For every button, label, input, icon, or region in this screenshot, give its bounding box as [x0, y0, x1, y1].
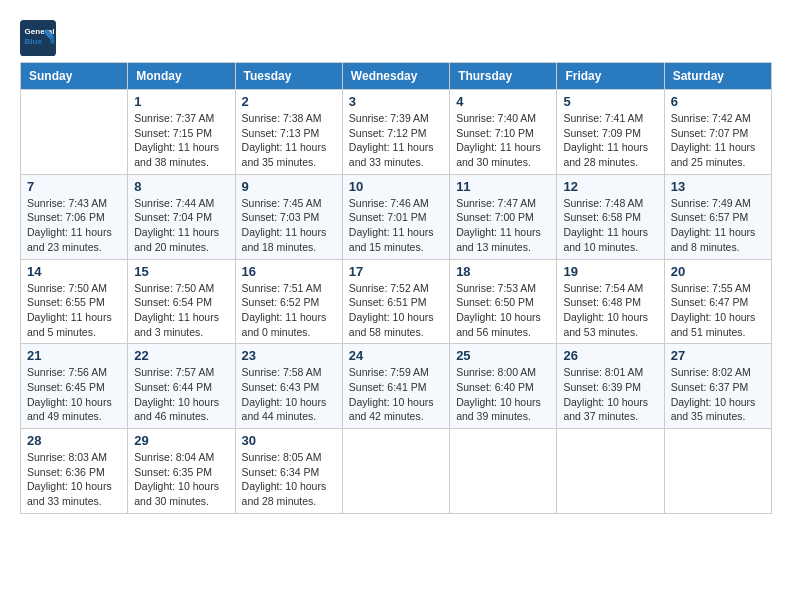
logo-icon: General Blue — [20, 20, 56, 56]
day-info: Sunrise: 7:49 AM Sunset: 6:57 PM Dayligh… — [671, 196, 765, 255]
calendar-cell: 26Sunrise: 8:01 AM Sunset: 6:39 PM Dayli… — [557, 344, 664, 429]
calendar-cell: 15Sunrise: 7:50 AM Sunset: 6:54 PM Dayli… — [128, 259, 235, 344]
calendar-cell — [342, 429, 449, 514]
day-number: 12 — [563, 179, 657, 194]
day-info: Sunrise: 7:40 AM Sunset: 7:10 PM Dayligh… — [456, 111, 550, 170]
day-number: 17 — [349, 264, 443, 279]
day-info: Sunrise: 8:01 AM Sunset: 6:39 PM Dayligh… — [563, 365, 657, 424]
logo: General Blue — [20, 20, 60, 56]
calendar-cell — [21, 90, 128, 175]
day-info: Sunrise: 7:50 AM Sunset: 6:55 PM Dayligh… — [27, 281, 121, 340]
calendar-cell: 8Sunrise: 7:44 AM Sunset: 7:04 PM Daylig… — [128, 174, 235, 259]
day-info: Sunrise: 7:52 AM Sunset: 6:51 PM Dayligh… — [349, 281, 443, 340]
calendar-cell: 13Sunrise: 7:49 AM Sunset: 6:57 PM Dayli… — [664, 174, 771, 259]
calendar-header-wednesday: Wednesday — [342, 63, 449, 90]
calendar-cell — [557, 429, 664, 514]
day-info: Sunrise: 7:47 AM Sunset: 7:00 PM Dayligh… — [456, 196, 550, 255]
calendar-cell: 16Sunrise: 7:51 AM Sunset: 6:52 PM Dayli… — [235, 259, 342, 344]
day-info: Sunrise: 7:44 AM Sunset: 7:04 PM Dayligh… — [134, 196, 228, 255]
day-number: 5 — [563, 94, 657, 109]
day-number: 20 — [671, 264, 765, 279]
calendar-header-monday: Monday — [128, 63, 235, 90]
day-number: 15 — [134, 264, 228, 279]
page-header: General Blue — [20, 20, 772, 56]
calendar-week-row: 1Sunrise: 7:37 AM Sunset: 7:15 PM Daylig… — [21, 90, 772, 175]
calendar-cell: 22Sunrise: 7:57 AM Sunset: 6:44 PM Dayli… — [128, 344, 235, 429]
calendar-cell: 9Sunrise: 7:45 AM Sunset: 7:03 PM Daylig… — [235, 174, 342, 259]
svg-text:Blue: Blue — [25, 37, 43, 46]
day-info: Sunrise: 7:41 AM Sunset: 7:09 PM Dayligh… — [563, 111, 657, 170]
calendar-cell: 7Sunrise: 7:43 AM Sunset: 7:06 PM Daylig… — [21, 174, 128, 259]
day-number: 16 — [242, 264, 336, 279]
calendar-cell: 23Sunrise: 7:58 AM Sunset: 6:43 PM Dayli… — [235, 344, 342, 429]
calendar-cell: 18Sunrise: 7:53 AM Sunset: 6:50 PM Dayli… — [450, 259, 557, 344]
calendar-cell: 3Sunrise: 7:39 AM Sunset: 7:12 PM Daylig… — [342, 90, 449, 175]
day-number: 30 — [242, 433, 336, 448]
day-info: Sunrise: 7:51 AM Sunset: 6:52 PM Dayligh… — [242, 281, 336, 340]
day-info: Sunrise: 7:58 AM Sunset: 6:43 PM Dayligh… — [242, 365, 336, 424]
day-number: 10 — [349, 179, 443, 194]
day-number: 18 — [456, 264, 550, 279]
day-number: 8 — [134, 179, 228, 194]
calendar-cell: 2Sunrise: 7:38 AM Sunset: 7:13 PM Daylig… — [235, 90, 342, 175]
calendar-cell: 28Sunrise: 8:03 AM Sunset: 6:36 PM Dayli… — [21, 429, 128, 514]
day-info: Sunrise: 8:00 AM Sunset: 6:40 PM Dayligh… — [456, 365, 550, 424]
day-number: 6 — [671, 94, 765, 109]
day-info: Sunrise: 7:43 AM Sunset: 7:06 PM Dayligh… — [27, 196, 121, 255]
calendar-week-row: 28Sunrise: 8:03 AM Sunset: 6:36 PM Dayli… — [21, 429, 772, 514]
calendar-cell — [664, 429, 771, 514]
day-info: Sunrise: 7:55 AM Sunset: 6:47 PM Dayligh… — [671, 281, 765, 340]
day-info: Sunrise: 8:02 AM Sunset: 6:37 PM Dayligh… — [671, 365, 765, 424]
calendar-header-row: SundayMondayTuesdayWednesdayThursdayFrid… — [21, 63, 772, 90]
day-info: Sunrise: 7:39 AM Sunset: 7:12 PM Dayligh… — [349, 111, 443, 170]
calendar-cell: 25Sunrise: 8:00 AM Sunset: 6:40 PM Dayli… — [450, 344, 557, 429]
calendar-cell: 5Sunrise: 7:41 AM Sunset: 7:09 PM Daylig… — [557, 90, 664, 175]
day-info: Sunrise: 7:37 AM Sunset: 7:15 PM Dayligh… — [134, 111, 228, 170]
calendar-week-row: 21Sunrise: 7:56 AM Sunset: 6:45 PM Dayli… — [21, 344, 772, 429]
day-number: 23 — [242, 348, 336, 363]
day-number: 9 — [242, 179, 336, 194]
calendar-table: SundayMondayTuesdayWednesdayThursdayFrid… — [20, 62, 772, 514]
day-info: Sunrise: 7:42 AM Sunset: 7:07 PM Dayligh… — [671, 111, 765, 170]
calendar-cell: 21Sunrise: 7:56 AM Sunset: 6:45 PM Dayli… — [21, 344, 128, 429]
calendar-cell: 29Sunrise: 8:04 AM Sunset: 6:35 PM Dayli… — [128, 429, 235, 514]
calendar-header-thursday: Thursday — [450, 63, 557, 90]
day-number: 27 — [671, 348, 765, 363]
calendar-cell: 24Sunrise: 7:59 AM Sunset: 6:41 PM Dayli… — [342, 344, 449, 429]
day-number: 26 — [563, 348, 657, 363]
calendar-cell: 30Sunrise: 8:05 AM Sunset: 6:34 PM Dayli… — [235, 429, 342, 514]
day-info: Sunrise: 8:04 AM Sunset: 6:35 PM Dayligh… — [134, 450, 228, 509]
day-info: Sunrise: 7:50 AM Sunset: 6:54 PM Dayligh… — [134, 281, 228, 340]
calendar-cell: 1Sunrise: 7:37 AM Sunset: 7:15 PM Daylig… — [128, 90, 235, 175]
day-number: 21 — [27, 348, 121, 363]
day-info: Sunrise: 7:59 AM Sunset: 6:41 PM Dayligh… — [349, 365, 443, 424]
day-number: 22 — [134, 348, 228, 363]
calendar-cell: 27Sunrise: 8:02 AM Sunset: 6:37 PM Dayli… — [664, 344, 771, 429]
calendar-cell: 4Sunrise: 7:40 AM Sunset: 7:10 PM Daylig… — [450, 90, 557, 175]
day-number: 14 — [27, 264, 121, 279]
calendar-header-friday: Friday — [557, 63, 664, 90]
calendar-cell: 14Sunrise: 7:50 AM Sunset: 6:55 PM Dayli… — [21, 259, 128, 344]
day-number: 13 — [671, 179, 765, 194]
day-info: Sunrise: 7:53 AM Sunset: 6:50 PM Dayligh… — [456, 281, 550, 340]
day-number: 19 — [563, 264, 657, 279]
calendar-cell: 12Sunrise: 7:48 AM Sunset: 6:58 PM Dayli… — [557, 174, 664, 259]
day-info: Sunrise: 7:54 AM Sunset: 6:48 PM Dayligh… — [563, 281, 657, 340]
calendar-cell — [450, 429, 557, 514]
day-number: 24 — [349, 348, 443, 363]
calendar-cell: 17Sunrise: 7:52 AM Sunset: 6:51 PM Dayli… — [342, 259, 449, 344]
calendar-cell: 10Sunrise: 7:46 AM Sunset: 7:01 PM Dayli… — [342, 174, 449, 259]
day-info: Sunrise: 7:56 AM Sunset: 6:45 PM Dayligh… — [27, 365, 121, 424]
day-number: 3 — [349, 94, 443, 109]
day-info: Sunrise: 7:45 AM Sunset: 7:03 PM Dayligh… — [242, 196, 336, 255]
calendar-cell: 6Sunrise: 7:42 AM Sunset: 7:07 PM Daylig… — [664, 90, 771, 175]
day-info: Sunrise: 7:57 AM Sunset: 6:44 PM Dayligh… — [134, 365, 228, 424]
day-number: 28 — [27, 433, 121, 448]
calendar-week-row: 14Sunrise: 7:50 AM Sunset: 6:55 PM Dayli… — [21, 259, 772, 344]
day-number: 7 — [27, 179, 121, 194]
calendar-header-sunday: Sunday — [21, 63, 128, 90]
day-number: 1 — [134, 94, 228, 109]
calendar-cell: 20Sunrise: 7:55 AM Sunset: 6:47 PM Dayli… — [664, 259, 771, 344]
day-number: 11 — [456, 179, 550, 194]
day-info: Sunrise: 8:03 AM Sunset: 6:36 PM Dayligh… — [27, 450, 121, 509]
